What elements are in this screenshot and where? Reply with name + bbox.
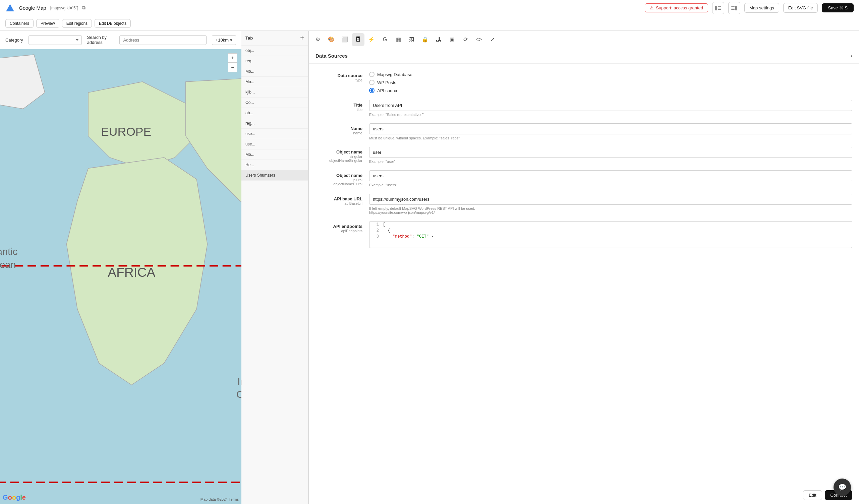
edit-db-button[interactable]: Edit DB objects xyxy=(94,19,131,28)
table-list-panel: Tab + obj...reg...Mo...Mo...kjlb...Co...… xyxy=(241,31,308,504)
api-url-input[interactable] xyxy=(369,194,852,205)
map-data: Map data ©2024 Terms xyxy=(200,497,239,501)
map-controls: Category Search by address +10km ▾ xyxy=(0,31,241,49)
warning-icon: ⚠ xyxy=(650,5,654,10)
zoom-in-button[interactable]: + xyxy=(228,53,237,63)
svg-rect-1 xyxy=(715,6,717,10)
left-panel: Category Search by address +10km ▾ xyxy=(0,31,241,504)
obj-plural-field-row: Object name plural objectNamePlural Exam… xyxy=(316,170,852,187)
data-source-radio-group: Mapsvg Database WP Posts API source xyxy=(369,71,852,93)
icon-toolbar: ⚙🎨⬜🗄⚡G▦🖼🔒🏞▣⟳<>⤢ xyxy=(309,31,859,48)
radius-button[interactable]: +10km ▾ xyxy=(212,35,236,45)
world-map-svg: NORTH AMERICA SOUTH AMERICA EUROPE AFRIC… xyxy=(0,49,241,504)
expand-icon[interactable]: › xyxy=(850,52,852,59)
map-settings-button[interactable]: Map settings xyxy=(744,3,779,13)
google-logo: Google xyxy=(3,494,26,501)
palette-icon[interactable]: 🎨 xyxy=(325,33,337,46)
table-add-icon[interactable]: + xyxy=(300,34,304,42)
crop-icon[interactable]: ⬜ xyxy=(338,33,351,46)
obj-singular-field-row: Object name singular objectNameSingular … xyxy=(316,147,852,164)
grammarly-icon[interactable]: G xyxy=(378,33,391,46)
api-url-field-row: API base URL apiBaseUrl If left empty, d… xyxy=(316,194,852,214)
zoom-out-button[interactable]: − xyxy=(228,63,237,72)
table-list-items: obj...reg...Mo...Mo...kjlb...Co...ob...r… xyxy=(241,46,308,181)
map-area: NORTH AMERICA SOUTH AMERICA EUROPE AFRIC… xyxy=(0,49,241,504)
copy-icon[interactable]: ⧉ xyxy=(82,5,86,11)
list-item[interactable]: obj... xyxy=(241,46,308,56)
map-id: [mapsvg id="5"] xyxy=(50,6,78,10)
list-item[interactable]: Co... xyxy=(241,97,308,108)
loop-icon[interactable]: ⟳ xyxy=(459,33,472,46)
svg-marker-0 xyxy=(6,4,14,11)
svg-text:Ocean: Ocean xyxy=(0,259,16,270)
category-select[interactable] xyxy=(29,35,82,45)
category-label: Category xyxy=(5,37,23,43)
list-item[interactable]: use... xyxy=(241,139,308,150)
lock-icon[interactable]: 🔒 xyxy=(419,33,432,46)
cards-icon[interactable]: ▣ xyxy=(446,33,458,46)
edit-svg-button[interactable]: Edit SVG file xyxy=(783,3,818,13)
table-list-title: Tab xyxy=(245,35,253,41)
chat-bubble[interactable]: 💬 xyxy=(833,478,851,496)
radio-wp[interactable]: WP Posts xyxy=(369,80,852,85)
svg-text:Ocean: Ocean xyxy=(236,389,241,400)
svg-rect-3 xyxy=(718,8,721,9)
svg-rect-5 xyxy=(735,6,737,10)
gallery-icon[interactable]: 🏞 xyxy=(432,33,445,46)
top-bar: Google Map [mapsvg id="5"] ⧉ ⚠ Support: … xyxy=(0,0,859,16)
list-item[interactable]: Mo... xyxy=(241,66,308,77)
edit-regions-button[interactable]: Edit regions xyxy=(62,19,92,28)
data-source-type-row: Data source type Mapsvg Database WP Post… xyxy=(316,71,852,93)
terms-link[interactable]: Terms xyxy=(229,497,239,501)
containers-button[interactable]: Containers xyxy=(5,19,33,28)
zoom-controls: + − xyxy=(228,53,237,72)
title-input[interactable] xyxy=(369,100,852,111)
svg-text:Atlantic: Atlantic xyxy=(0,246,17,257)
list-item[interactable]: Mo... xyxy=(241,150,308,160)
sidebar-right-button[interactable] xyxy=(728,2,740,14)
support-button[interactable]: ⚠ Support: access granted xyxy=(645,3,708,12)
database-icon[interactable]: 🗄 xyxy=(352,33,364,46)
main-layout: Category Search by address +10km ▾ xyxy=(0,31,859,504)
app-title: Google Map xyxy=(19,5,46,11)
sidebar-left-button[interactable] xyxy=(712,2,724,14)
radio-mapsvg[interactable]: Mapsvg Database xyxy=(369,72,852,77)
list-item[interactable]: ob... xyxy=(241,108,308,118)
filter-icon[interactable]: ⚡ xyxy=(365,33,378,46)
obj-singular-input[interactable] xyxy=(369,147,852,158)
edit-button[interactable]: Edit xyxy=(803,490,822,500)
list-item[interactable]: Mo... xyxy=(241,77,308,87)
code-icon[interactable]: <> xyxy=(472,33,485,46)
svg-rect-8 xyxy=(731,9,735,10)
svg-rect-2 xyxy=(718,6,721,7)
list-item[interactable]: He... xyxy=(241,160,308,170)
sub-toolbar: Containers Preview Edit regions Edit DB … xyxy=(0,16,859,31)
resize-icon[interactable]: ⤢ xyxy=(486,33,499,46)
image-icon[interactable]: 🖼 xyxy=(405,33,418,46)
list-item[interactable]: kjlb... xyxy=(241,87,308,97)
settings-icon[interactable]: ⚙ xyxy=(312,33,324,46)
list-item[interactable]: Users Shumzers xyxy=(241,170,308,181)
table-list-header: Tab + xyxy=(241,31,308,46)
list-item[interactable]: use... xyxy=(241,129,308,139)
table-icon[interactable]: ▦ xyxy=(392,33,405,46)
right-panel: ⚙🎨⬜🗄⚡G▦🖼🔒🏞▣⟳<>⤢ Data Sources › Data sour… xyxy=(308,31,859,504)
logo xyxy=(5,3,15,13)
list-item[interactable]: reg... xyxy=(241,118,308,129)
preview-button[interactable]: Preview xyxy=(36,19,59,28)
address-input[interactable] xyxy=(119,35,206,45)
chevron-down-icon: ▾ xyxy=(230,37,232,43)
svg-text:Indian: Indian xyxy=(237,376,241,387)
data-sources-header: Data Sources › xyxy=(309,48,859,64)
list-item[interactable]: reg... xyxy=(241,56,308,66)
api-endpoints-editor[interactable]: 1 [ 2 { 3 "method": "GET" - xyxy=(369,221,852,248)
svg-rect-7 xyxy=(731,8,735,9)
name-input[interactable] xyxy=(369,123,852,134)
svg-text:AFRICA: AFRICA xyxy=(108,265,155,279)
search-label: Search by address xyxy=(87,35,114,45)
save-button[interactable]: Save ⌘ S xyxy=(822,3,854,12)
data-sources-body: Data source type Mapsvg Database WP Post… xyxy=(309,64,859,486)
radio-api[interactable]: API source xyxy=(369,88,852,93)
obj-plural-input[interactable] xyxy=(369,170,852,181)
svg-text:EUROPE: EUROPE xyxy=(101,125,151,138)
